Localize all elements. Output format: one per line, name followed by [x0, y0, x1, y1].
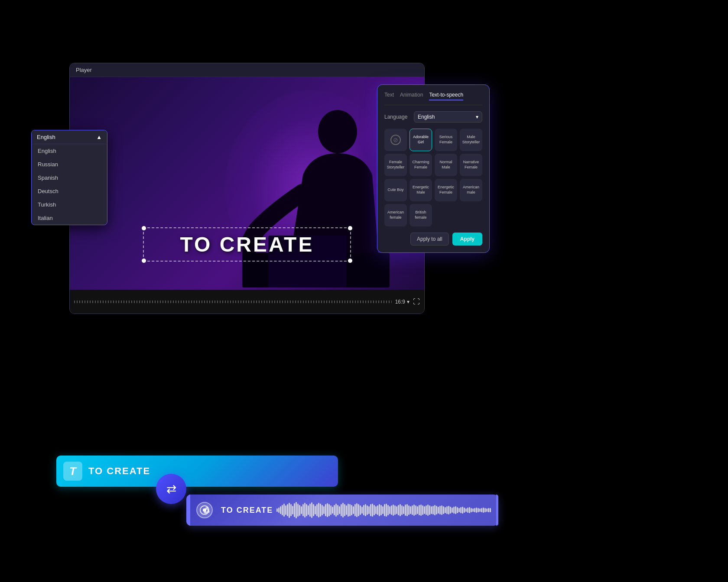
wave-bar — [292, 506, 293, 514]
swap-button[interactable]: ⇄ — [156, 474, 186, 504]
wave-bar — [417, 506, 418, 514]
voice-cell-female-storyteller[interactable]: Female Storyteller — [384, 154, 407, 176]
tts-tabs: Text Animation Text-to-speech — [384, 92, 482, 105]
wave-bar — [287, 504, 288, 516]
voice-cell-british-female[interactable]: British female — [410, 204, 432, 226]
voice-cell-cute-boy[interactable]: Cute Boy — [384, 179, 407, 201]
wave-bar — [304, 503, 306, 517]
wave-bar — [363, 505, 364, 515]
corner-handle-bl — [142, 259, 146, 263]
language-select-value: English — [418, 114, 435, 120]
wave-bar — [351, 505, 352, 515]
wave-bar — [389, 506, 390, 514]
language-dropdown: English ▲ English Russian Spanish Deutsc… — [31, 130, 107, 225]
wave-bar — [301, 506, 302, 514]
text-track-label: TO CREATE — [88, 466, 150, 477]
wave-bar — [393, 504, 394, 516]
language-row: Language English ▾ — [384, 111, 482, 123]
voice-cell-adorable-girl[interactable]: Adorable Girl — [410, 129, 432, 151]
voice-cell-energetic-male[interactable]: Energetic Male — [410, 179, 432, 201]
no-voice-icon: ⊘ — [390, 135, 401, 145]
text-overlay-box[interactable]: TO CREATE — [143, 227, 351, 262]
wave-bar — [375, 506, 377, 514]
wave-bar — [413, 504, 415, 516]
wave-bar — [299, 505, 300, 516]
wave-bar — [297, 504, 299, 517]
wave-bar — [419, 505, 420, 515]
voice-cell-charming-female[interactable]: Charming Female — [410, 154, 432, 176]
wave-bar — [289, 503, 290, 518]
wave-bar — [372, 504, 373, 517]
wave-bar — [302, 504, 304, 516]
tab-text-to-speech[interactable]: Text-to-speech — [429, 92, 463, 100]
wave-bar — [415, 505, 416, 515]
tab-animation[interactable]: Animation — [400, 92, 423, 100]
wave-bar — [358, 504, 359, 516]
wave-bar — [434, 505, 436, 515]
fullscreen-button[interactable]: ⛶ — [413, 298, 420, 306]
dropdown-item-russian[interactable]: Russian — [32, 158, 107, 171]
wave-bar — [276, 508, 278, 512]
voice-cell-american-male[interactable]: American male — [460, 179, 482, 201]
wave-bar — [422, 505, 423, 515]
wave-bar — [306, 504, 307, 516]
wave-bar — [349, 504, 351, 516]
dropdown-item-italian[interactable]: Italian — [32, 211, 107, 225]
voice-cell-normal-male[interactable]: Normal Male — [435, 154, 457, 176]
wave-bar — [401, 505, 403, 515]
voice-cell-serious-female[interactable]: Serious Female — [435, 129, 457, 151]
timeline-bar: 16:9 ▾ ⛶ — [70, 290, 424, 314]
dropdown-item-spanish[interactable]: Spanish — [32, 171, 107, 184]
border-indicator-left — [188, 495, 190, 526]
scene: Player — [0, 0, 728, 582]
dropdown-item-deutsch[interactable]: Deutsch — [32, 184, 107, 198]
wave-bar — [490, 508, 491, 512]
border-indicator-right — [496, 495, 498, 526]
wave-bar — [420, 504, 422, 516]
wave-bar — [391, 505, 392, 515]
dropdown-header[interactable]: English ▲ — [32, 130, 107, 144]
wave-bar — [365, 504, 366, 516]
wave-bar — [380, 505, 382, 515]
wave-bar — [410, 506, 411, 514]
wave-bar — [308, 505, 309, 515]
wave-bar — [465, 508, 467, 512]
player-title: Player — [76, 67, 92, 73]
tts-actions: Apply to all Apply — [384, 233, 482, 246]
svg-point-0 — [318, 110, 357, 153]
wave-bar — [348, 504, 349, 517]
voice-cell-american-female[interactable]: American female — [384, 204, 407, 226]
wave-bar — [431, 506, 432, 514]
voice-cell-narrative-female[interactable]: Narrative Female — [460, 154, 482, 176]
wave-bar — [335, 504, 337, 517]
wave-bar — [467, 508, 468, 513]
voice-cell-energetic-female[interactable]: Energetic Female — [435, 179, 457, 201]
wave-bar — [476, 508, 477, 513]
wave-bar — [296, 502, 297, 518]
wave-bar — [400, 504, 401, 516]
audio-track-label: TO CREATE — [221, 506, 273, 515]
language-select[interactable]: English ▾ — [414, 111, 482, 123]
apply-button[interactable]: Apply — [452, 233, 482, 246]
aspect-ratio-button[interactable]: 16:9 ▾ — [395, 299, 410, 305]
dropdown-item-english[interactable]: English — [32, 144, 107, 158]
voice-cell-male-storyteller[interactable]: Male Storyteller — [460, 129, 482, 151]
corner-handle-tr — [348, 226, 352, 230]
wave-bar — [424, 506, 425, 514]
wave-bar — [450, 507, 451, 514]
wave-bar — [408, 505, 410, 515]
wave-bar — [387, 505, 389, 515]
timeline-dots — [74, 301, 392, 303]
wave-bar — [283, 504, 285, 517]
dropdown-item-turkish[interactable]: Turkish — [32, 198, 107, 211]
voice-cell-none[interactable]: ⊘ — [384, 129, 407, 151]
wave-bar — [370, 504, 371, 516]
wave-bar — [453, 507, 455, 514]
wave-bar — [346, 505, 347, 515]
wave-bar — [322, 505, 323, 515]
wave-bar — [462, 507, 463, 514]
wave-bar — [483, 508, 484, 513]
player-window: Player — [69, 63, 425, 314]
apply-to-all-button[interactable]: Apply to all — [410, 233, 449, 246]
tab-text[interactable]: Text — [384, 92, 394, 100]
